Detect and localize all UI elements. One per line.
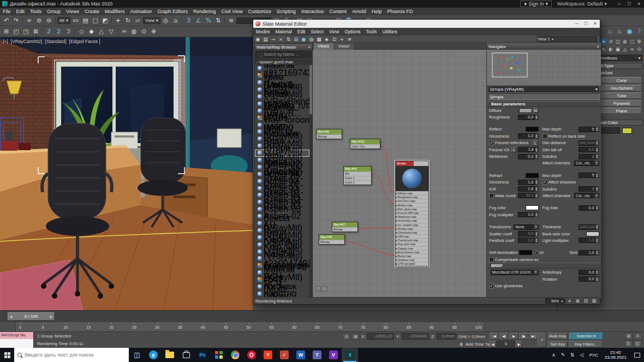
spinner-field[interactable]: 100,0mm	[579, 140, 599, 146]
utilities-tab-icon[interactable]: ⚙	[636, 38, 642, 45]
select-and-manipulate-icon[interactable]: ⌂	[171, 16, 180, 25]
dropdown[interactable]: Microfacet GTR (GGX)▾	[491, 270, 539, 275]
node-wire[interactable]	[380, 146, 395, 193]
cameras-category-icon[interactable]: ▣	[615, 46, 621, 52]
node-slot[interactable]: Diffuse map	[396, 191, 428, 195]
spinner-field[interactable]: 0,0	[579, 205, 599, 211]
spacing-tool-icon[interactable]: ◆	[87, 27, 96, 36]
navigator-close-icon[interactable]: ×	[597, 44, 599, 49]
frame-back-button[interactable]: ◀	[490, 341, 496, 348]
viewport-camera-label[interactable]: [VRayCam002]	[11, 39, 43, 44]
material-id-channel-icon[interactable]: ▦	[315, 36, 323, 43]
slate-menu-view[interactable]: View	[326, 29, 342, 34]
show-shaded-material-icon[interactable]: ●	[300, 36, 307, 43]
edit-named-selection-sets-icon[interactable]: ≡	[226, 16, 236, 25]
systems-category-icon[interactable]: ⊙	[636, 46, 642, 52]
spinner-field[interactable]: 1,0	[518, 238, 539, 243]
office-icon[interactable]	[211, 348, 227, 362]
move-children-icon[interactable]: ⇅	[285, 36, 292, 43]
orbit-viewport-icon[interactable]: ↻	[624, 340, 633, 347]
unlink-selection-icon[interactable]: ⊘	[34, 16, 44, 25]
spinner-field[interactable]: 5	[579, 127, 599, 132]
maximize-button[interactable]: □	[624, 1, 634, 8]
snap-3d-alt-icon[interactable]: 3	[64, 27, 73, 36]
slate-maximize-button[interactable]: □	[581, 20, 591, 27]
display-tab-icon[interactable]: ▢	[629, 38, 635, 45]
slate-zoom-region-icon[interactable]: ⊡	[582, 298, 589, 304]
browser-search-input[interactable]: Search by Name ...	[255, 51, 312, 58]
teams-icon[interactable]: T	[309, 348, 325, 362]
menu-civil-view[interactable]: Civil View	[219, 9, 246, 14]
node-graph[interactable]: ⊞ ⊟ Map #46BitmapMap #211Color Cor...Map…	[313, 50, 486, 298]
node-slot[interactable]: Translucent map	[396, 238, 428, 242]
slate-view-selector[interactable]: View 1▾	[537, 36, 597, 42]
viewport-style-label[interactable]: [Edged Faces ]	[69, 39, 100, 44]
menu-file[interactable]: File	[0, 9, 14, 14]
node-slot[interactable]: An. rotation map	[396, 223, 428, 227]
select-by-name-icon[interactable]: ▤	[81, 16, 90, 25]
motion-tab-icon[interactable]: ◍	[622, 38, 628, 45]
spinner-field[interactable]: 8	[579, 154, 599, 159]
spinner-field[interactable]: 0,0	[579, 147, 599, 152]
assign-material-to-selection-icon[interactable]: →	[270, 36, 277, 43]
node-wire[interactable]	[372, 173, 395, 204]
hierarchy-tab-icon[interactable]: ◫	[615, 38, 621, 45]
minimize-button[interactable]: –	[615, 1, 624, 8]
tray-pen-icon[interactable]: ✎	[558, 352, 568, 358]
checkbox[interactable]: ✓	[489, 140, 494, 145]
task-view-icon[interactable]: ◫	[129, 348, 145, 362]
viewport-menu[interactable]: [+]	[3, 39, 8, 44]
checkbox[interactable]: ✓	[489, 283, 494, 288]
object-type-button-tube[interactable]: Tube	[601, 92, 642, 99]
spinner-field[interactable]: 0,0	[518, 231, 539, 236]
tray-network-icon[interactable]: ⇅	[568, 352, 577, 358]
select-and-rotate-icon[interactable]: ↻	[123, 16, 133, 25]
browser-close-icon[interactable]: ×	[308, 45, 311, 50]
map-node[interactable]: Map #211Color Cor...	[350, 139, 380, 149]
spinner-field[interactable]: 0,0	[579, 270, 599, 275]
spinner-field[interactable]: 1,0	[518, 133, 539, 139]
reference-coordinate-dropdown[interactable]: View▾	[143, 17, 160, 24]
render-flyout-icon[interactable]: ♨	[605, 27, 615, 36]
snap-25d-icon[interactable]: 2	[54, 27, 63, 36]
select-object-icon[interactable]: ▭	[71, 16, 80, 25]
node-slot[interactable]: Self-illum map	[396, 199, 428, 203]
node-slot[interactable]: Bitmap	[319, 240, 344, 244]
slate-zoom-extents-icon[interactable]: ⊞	[591, 298, 598, 304]
frame-forward-button[interactable]: ▶	[516, 341, 522, 348]
maxscript-mini-listener[interactable]: MAXScript Mu	[0, 332, 34, 348]
lock-button[interactable]: M	[533, 108, 539, 113]
select-and-scale-icon[interactable]: ▱	[133, 16, 142, 25]
pan-viewport-icon[interactable]: +	[634, 333, 642, 340]
set-key-button[interactable]: Set Key	[548, 341, 568, 348]
select-by-material-icon[interactable]: ◈	[323, 36, 330, 43]
material-name-field[interactable]: Штора	[488, 93, 600, 100]
node-slot[interactable]: Reflect map	[396, 203, 428, 207]
file-explorer-icon[interactable]	[162, 348, 178, 362]
next-frame-arrow[interactable]: ▶	[50, 314, 52, 318]
spinner-field[interactable]: 1000,0mm	[579, 224, 599, 230]
node-wire[interactable]	[358, 228, 395, 229]
render-iterative-icon[interactable]: ♨	[615, 27, 624, 36]
zoom-level-dropdown[interactable]: 56%▾	[545, 298, 565, 304]
scene-explorer-toggle-icon[interactable]: ⊞	[2, 27, 11, 36]
previous-frame-button[interactable]: ◀|	[499, 333, 509, 340]
yandex-icon[interactable]: Y	[260, 348, 276, 362]
create-tab-icon[interactable]: +	[600, 38, 607, 45]
menu-arnold[interactable]: Arnold	[349, 9, 369, 14]
current-frame-field[interactable]: 0	[497, 341, 515, 347]
node-slot[interactable]: Fog color map	[396, 242, 428, 246]
normal-align-icon[interactable]: △	[97, 27, 106, 36]
display-filter-icon[interactable]: ⊠	[31, 27, 40, 36]
next-frame-button[interactable]: |▶	[519, 333, 528, 340]
auto-key-button[interactable]: Auto Key	[548, 333, 568, 340]
object-type-button-plane[interactable]: Plane	[601, 108, 642, 114]
add-time-tag[interactable]: Add Time Tag	[466, 342, 492, 347]
key-filters-button[interactable]: Key Filters...	[569, 341, 603, 348]
lighting-analysis-icon[interactable]: ◍	[129, 27, 139, 36]
menu-help[interactable]: Help	[369, 9, 385, 14]
object-type-button-geosphere[interactable]: GeoSphere	[601, 85, 642, 91]
delete-selected-icon[interactable]: ×	[277, 36, 284, 43]
node-slot[interactable]: IOR map	[396, 234, 428, 238]
spinner-field[interactable]: 0,0	[518, 154, 539, 159]
